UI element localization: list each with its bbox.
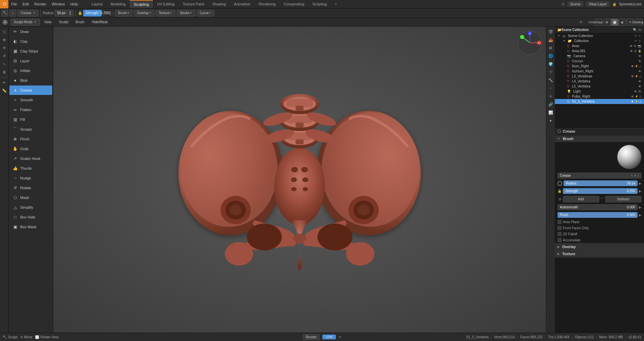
overlay-section-header[interactable]: ▶ Overlay [555,243,644,250]
stroke-dropdown[interactable]: Stroke ▼ [177,10,195,16]
falloff-2d-checkbox[interactable] [557,232,562,236]
brush-name-add-icon[interactable]: 2 [637,174,639,177]
autosmooth-field[interactable]: Autosmooth 0.000 [557,204,638,210]
tool-blob[interactable]: ● Blob [9,76,52,85]
particles-props-icon[interactable]: ⁘ [547,84,554,92]
pinch-field[interactable]: Pinch 0.500 [557,212,638,218]
navigation-gizmo[interactable]: X Z [516,29,543,56]
viewport-settings-btn[interactable]: ⚙ [577,19,584,26]
front-faces-checkbox[interactable] [557,226,562,230]
measure-icon[interactable]: 📏 [1,87,8,94]
render-button[interactable]: Render [303,334,320,340]
brush-icon-btn[interactable]: ○ [9,10,16,16]
brush-section-header[interactable]: ▼ Brush [555,135,644,142]
tab-texture-paint[interactable]: Texture Paint [178,0,208,8]
outliner-scene-collection[interactable]: ▼ 🗂 Scene Collection 👁🖱 [555,33,644,38]
tool-box-hide[interactable]: □ Box Hide [9,212,52,222]
outliner-pubis[interactable]: ▽ Pubis_Right 👁⚡△ [555,94,644,99]
object-props-icon[interactable]: ▽ [547,68,554,76]
outliner-light[interactable]: 💡 Light 👁⚫ [555,89,644,94]
solid-btn[interactable]: ⬤ [611,19,618,26]
texture-dropdown[interactable]: Texture ▼ [156,10,176,16]
strength-input[interactable]: Strength: 0.250 ▲ ▼ [83,10,102,16]
tool-clay-strips[interactable]: ▦ Clay Strips [9,46,52,56]
texture-section-header[interactable]: ▶ Texture [555,250,644,257]
outliner-ilium[interactable]: ▽ Ilium_Right 👁⚡△ [555,64,644,69]
viewport-gizmo-btn[interactable]: ⊕ [586,19,593,26]
tool-fill[interactable]: ▥ Fill [9,115,52,124]
tool-smooth[interactable]: ≈ Smooth [9,95,52,105]
area-plane-checkbox[interactable] [557,220,562,224]
view-layer[interactable]: View Layer [586,1,610,7]
overlay-dropdown[interactable]: Overlay ▼ [134,10,154,16]
radius-prop-arrow[interactable]: ▶ [639,182,641,185]
tool-inflate[interactable]: ◎ Inflate [9,66,52,75]
render-props-icon[interactable]: 🎬 [547,28,554,35]
tab-uv-editing[interactable]: UV Editing [153,0,178,8]
output-props-icon[interactable]: 📤 [547,36,554,43]
material-props-icon[interactable]: ● [547,117,554,124]
viewport[interactable]: X Z [53,27,546,333]
tool-pinch[interactable]: ⊕ Pinch [9,134,52,144]
tab-sculpting[interactable]: Sculpting [130,0,153,8]
sculpt-menu[interactable]: Sculpt [56,20,71,25]
tab-modeling[interactable]: Modeling [107,0,130,8]
add-button[interactable]: Add [563,196,599,202]
tab-animation[interactable]: Animation [230,0,255,8]
select-box-icon[interactable]: ◻ [1,28,8,35]
sculpt-mode-select[interactable]: Sculpt Mode ▼ [11,19,40,26]
tab-add[interactable]: + [331,0,341,8]
radius-input[interactable]: 50 px ▲ ▼ [55,10,73,16]
scene-props-icon[interactable]: 🌐 [547,52,554,60]
world-props-icon[interactable]: 🌍 [547,60,554,68]
brush-dropdown[interactable]: Brush ▼ [115,10,133,16]
constraints-props-icon[interactable]: 🔗 [547,101,554,108]
view-layer-props-icon[interactable]: ⊞ [547,44,554,52]
tool-scrape[interactable]: ⌒ Scrape [9,125,52,134]
menu-help[interactable]: Help [68,0,81,8]
hide-mask-menu[interactable]: Hide/Mask [89,20,110,25]
tool-flatten[interactable]: ═ Flatten [9,105,52,114]
brush-name-btn[interactable]: Crease ▼ [18,10,38,16]
brush-menu[interactable]: Brush [73,20,87,25]
outliner-collection[interactable]: ▼ 📁 Collection 👁🖱 [555,38,644,43]
tool-crease[interactable]: ∧ Crease [9,86,52,95]
outliner-ischium[interactable]: ▽ Ischium_Right 👁 [555,69,644,74]
tool-mask[interactable]: ⬡ Mask [9,193,52,202]
outliner-l3[interactable]: ▽ L3_Vertebrae 👁⚡△ [555,74,644,79]
tool-box-mask[interactable]: ▣ Box Mask [9,222,52,232]
mode-icon-btn[interactable]: 🔨 [1,10,8,16]
menu-window[interactable]: Window [49,0,68,8]
tool-draw[interactable]: ✏ Draw [9,27,52,36]
outliner-s1-5[interactable]: ▽ S1_5_Vertebra 👁⚡△ [555,99,644,104]
material-btn[interactable]: ◐ [619,19,626,26]
outliner-area001[interactable]: ▽ Area.001 👁🖱🔒 [555,48,644,54]
tab-rendering[interactable]: Rendering [255,0,280,8]
curve-dropdown[interactable]: Curve ▼ [197,10,214,16]
scale-icon[interactable]: ⤡ [1,60,8,68]
menu-file[interactable]: File [8,0,20,8]
cursor-icon[interactable]: ⊕ [1,36,8,43]
move-icon[interactable]: ✛ [1,44,8,52]
outliner-l4[interactable]: ▽ L4_Vertebra 👁 [555,79,644,84]
modifier-props-icon[interactable]: 🔧 [547,76,554,84]
tool-grab[interactable]: ✋ Grab [9,144,52,154]
transform-icon[interactable]: ⊞ [1,68,8,76]
shading-dropdown[interactable]: Shading▼ [635,19,643,26]
brush-name-edit-icon[interactable]: ✎ [631,174,633,177]
autosmooth-arrow[interactable]: ▶ [639,206,641,209]
tool-rotate[interactable]: ↺ Rotate [9,183,52,193]
accumulate-checkbox[interactable] [557,238,562,242]
tool-thumb[interactable]: 👍 Thumb [9,164,52,173]
pinch-arrow[interactable]: ▶ [639,213,641,217]
strength-prop-arrow[interactable]: ▶ [639,190,641,193]
overlays-btn[interactable]: Overlays▼ [595,19,602,26]
viewport-canvas[interactable] [53,27,546,333]
physics-props-icon[interactable]: ⚛ [547,93,554,100]
wireframe-btn[interactable]: ⊞ [603,19,611,26]
menu-edit[interactable]: Edit [20,0,32,8]
tool-nudge[interactable]: → Nudge [9,173,52,183]
rotate-gizmo-icon[interactable]: ↺ [1,52,8,60]
tool-snake-hook[interactable]: ↗ Snake Hook [9,154,52,163]
render-close-icon[interactable]: ✕ [339,335,341,339]
